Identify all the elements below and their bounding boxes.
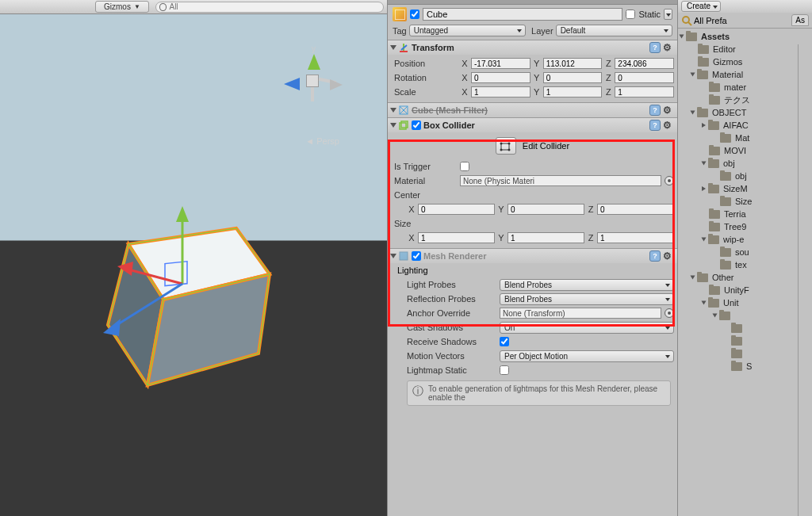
size-z-input[interactable]	[597, 232, 674, 243]
rot-y-input[interactable]	[543, 72, 603, 83]
tree-item[interactable]: UnityF	[680, 284, 812, 296]
gear-icon[interactable]	[663, 42, 674, 53]
help-icon[interactable]: ?	[649, 42, 661, 53]
foldout-icon[interactable]	[713, 314, 718, 318]
size-y-input[interactable]	[508, 232, 584, 243]
light-probes-dropdown[interactable]: Blend Probes	[500, 279, 674, 291]
tree-item[interactable]: MOVI	[680, 144, 812, 157]
renderer-enabled-checkbox[interactable]	[412, 251, 421, 261]
mesh-filter-header[interactable]: Cube (Mesh Filter) ?	[388, 103, 677, 117]
tree-item[interactable]: Terria	[680, 208, 812, 220]
foldout-icon[interactable]	[702, 238, 707, 242]
transform-header[interactable]: Transform ?	[388, 40, 677, 55]
tree-item[interactable]	[680, 334, 812, 347]
tree-item-label: S	[746, 361, 752, 371]
tree-item[interactable]: Other	[680, 271, 812, 284]
mesh-renderer-header[interactable]: Mesh Renderer ?	[388, 249, 677, 263]
center-z-input[interactable]	[597, 204, 674, 215]
scene-cube[interactable]	[79, 197, 285, 403]
foldout-icon[interactable]	[702, 186, 706, 191]
foldout-icon[interactable]	[680, 35, 684, 39]
tree-item[interactable]: mater	[680, 81, 812, 94]
gizmos-dropdown[interactable]: Gizmos ▼	[95, 1, 149, 13]
pos-y-input[interactable]	[543, 58, 603, 69]
receive-shadows-checkbox[interactable]	[500, 337, 509, 346]
static-checkbox[interactable]	[626, 10, 635, 19]
collider-enabled-checkbox[interactable]	[412, 120, 421, 130]
tree-item[interactable]: AIFAC	[680, 119, 812, 132]
tree-item[interactable]: OBJECT	[680, 106, 812, 119]
foldout-icon[interactable]	[702, 301, 707, 305]
center-x-input[interactable]	[418, 204, 495, 215]
tree-item-label: UnityF	[724, 285, 749, 295]
assembly-tab[interactable]: As	[791, 14, 809, 26]
foldout-icon[interactable]	[702, 123, 706, 128]
pos-z-input[interactable]	[615, 58, 674, 69]
gear-icon[interactable]	[663, 120, 674, 131]
scene-search-input[interactable]	[169, 2, 383, 11]
foldout-icon[interactable]	[691, 73, 695, 77]
tree-item[interactable]: Material	[680, 68, 812, 81]
scl-z-input[interactable]	[615, 86, 674, 97]
reflection-probes-dropdown[interactable]: Blend Probes	[500, 293, 674, 305]
object-picker-icon[interactable]	[665, 308, 674, 318]
tree-item[interactable]	[680, 322, 812, 334]
anchor-override-label: Anchor Override	[391, 308, 498, 318]
foldout-icon[interactable]	[691, 111, 695, 115]
tree-item[interactable]: Editor	[680, 43, 812, 55]
gameobject-icon[interactable]	[393, 7, 407, 21]
tree-item-label: obj	[735, 171, 747, 181]
tree-item[interactable]: テクス	[680, 94, 812, 106]
tree-item[interactable]: SizeM	[680, 182, 812, 195]
tree-item[interactable]: Mat	[680, 132, 812, 144]
project-tree[interactable]: AssetsEditorGizmosMaterialmaterテクスOBJECT…	[678, 29, 812, 516]
tree-item[interactable]: Gizmos	[680, 55, 812, 68]
object-picker-icon[interactable]	[665, 176, 674, 185]
cast-shadows-dropdown[interactable]: On	[500, 322, 674, 334]
tree-item[interactable]: Size	[680, 195, 812, 208]
active-checkbox[interactable]	[410, 10, 419, 19]
tree-item[interactable]: obj	[680, 157, 812, 170]
lightmap-static-checkbox[interactable]	[500, 365, 509, 375]
foldout-icon[interactable]	[702, 162, 707, 166]
tree-item[interactable]: S	[680, 360, 812, 373]
scene-viewport[interactable]: y Persp	[0, 14, 387, 516]
pos-x-input[interactable]	[471, 58, 530, 69]
tree-item[interactable]: tex	[680, 258, 812, 271]
center-y-input[interactable]	[508, 204, 584, 215]
scene-search[interactable]	[155, 2, 384, 13]
project-search-text[interactable]: All Prefa	[694, 16, 727, 25]
rot-x-input[interactable]	[471, 72, 530, 83]
mesh-renderer-title: Mesh Renderer	[423, 251, 486, 261]
tree-item[interactable]: obj	[680, 170, 812, 182]
help-icon[interactable]: ?	[649, 105, 661, 116]
size-x-input[interactable]	[418, 232, 495, 243]
help-icon[interactable]: ?	[649, 250, 661, 262]
tree-item[interactable]	[680, 347, 812, 360]
material-field[interactable]	[460, 175, 661, 186]
rot-z-input[interactable]	[615, 72, 674, 83]
tree-item[interactable]	[680, 309, 812, 322]
anchor-override-field[interactable]	[500, 308, 661, 319]
scl-y-input[interactable]	[543, 86, 603, 97]
motion-vectors-dropdown[interactable]: Per Object Motion	[500, 350, 674, 362]
tree-item[interactable]: Unit	[680, 296, 812, 309]
is-trigger-checkbox[interactable]	[460, 162, 469, 171]
orientation-gizmo[interactable]: y	[276, 46, 347, 117]
tag-dropdown[interactable]: Untagged	[409, 25, 526, 36]
static-dropdown[interactable]	[664, 9, 672, 20]
tree-item[interactable]: sou	[680, 246, 812, 258]
edit-collider-button[interactable]	[496, 137, 516, 155]
create-button[interactable]: Create	[681, 1, 721, 12]
gear-icon[interactable]	[663, 105, 674, 116]
foldout-icon[interactable]	[691, 276, 695, 280]
layer-dropdown[interactable]: Default	[556, 25, 672, 36]
tree-item[interactable]: Tree9	[680, 220, 812, 233]
tree-item[interactable]: Assets	[680, 30, 812, 43]
box-collider-header[interactable]: Box Collider ?	[388, 118, 677, 132]
gear-icon[interactable]	[663, 250, 674, 262]
tree-item[interactable]: wip-e	[680, 233, 812, 246]
gameobject-name-input[interactable]	[423, 8, 622, 21]
scl-x-input[interactable]	[471, 86, 530, 97]
help-icon[interactable]: ?	[649, 120, 661, 131]
